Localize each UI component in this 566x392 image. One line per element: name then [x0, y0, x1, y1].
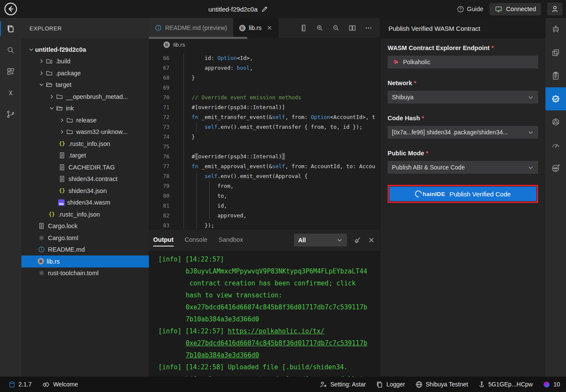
panel-ape[interactable] — [545, 157, 566, 180]
status-faucet-balance[interactable]: 10 — [543, 381, 560, 388]
status-logger[interactable]: Logger — [376, 381, 405, 388]
status-network-status[interactable]: Shibuya Testnet — [415, 381, 468, 388]
panel-publish-verified[interactable] — [545, 87, 566, 110]
tree-item-lib.rs[interactable]: Rlib.rs — [21, 255, 149, 267]
connected-button[interactable]: Connected — [489, 3, 541, 15]
code-hash-select[interactable]: [0x7a...fe96] shiden34 .package/shiden34… — [388, 126, 538, 139]
tree-item-wasm32-unknow...[interactable]: wasm32-unknow... — [21, 126, 149, 138]
tree-item-shiden34.contract[interactable]: shiden34.contract — [21, 173, 149, 185]
output-tab-label: Console — [185, 236, 207, 243]
field-label-public-mode: Public Mode* — [388, 150, 538, 157]
log-line: [info] [14:22:58] Uploaded file [.build/… — [149, 361, 380, 373]
network-select[interactable]: Shibuya — [388, 91, 538, 104]
output-tab-output[interactable]: Output — [153, 234, 174, 246]
tree-item-.rustc-info.json[interactable]: {}.rustc_info.json — [21, 208, 149, 220]
tree-item-release[interactable]: release — [21, 114, 149, 126]
status-welcome[interactable]: Welcome — [42, 381, 78, 388]
explorer-endpoint-field[interactable]: Polkaholic — [388, 56, 538, 68]
ruler-icon[interactable] — [300, 24, 307, 32]
activity-explorer[interactable] — [0, 18, 21, 39]
tree-item-readme.md[interactable]: README.md — [21, 244, 149, 256]
chevron-right-icon — [38, 70, 45, 77]
log-text: [info] [14:22:58] Uploaded file [.build/… — [158, 363, 348, 371]
panel-tasks-clipboard[interactable] — [545, 64, 566, 87]
guide-button[interactable]: Guide — [457, 6, 483, 13]
gear-file-icon — [38, 270, 45, 276]
status-wallet-address-label: 5G1GEp...HCpw — [488, 381, 533, 388]
panel-openai[interactable] — [545, 110, 566, 134]
code-text: from, — [179, 181, 234, 191]
log-text: [info] [14:22:57] — [158, 327, 228, 335]
output-tab-sandbox[interactable]: Sandbox — [219, 234, 243, 246]
tree-item-.build[interactable]: .build — [21, 56, 149, 68]
log-line: bJ8uyvLAMmxcMPpywvqV9P83NKtypq3P6M4FLpEY… — [149, 265, 380, 277]
breadcrumb[interactable]: R lib.rs — [149, 38, 380, 51]
field-label-explorer-endpoint: WASM Contract Explorer Endpoint* — [388, 45, 538, 51]
tab-underline — [219, 246, 243, 246]
back-button[interactable] — [4, 2, 18, 16]
log-link[interactable]: 0xe27bdcd6416d66074c845b8f36d01717db7c7c… — [186, 339, 367, 347]
public-mode-select[interactable]: Publish ABI & Source Code — [388, 161, 538, 174]
panel-sandbox-blocks[interactable] — [545, 41, 566, 64]
tree-item-shiden34.wasm[interactable]: WAshiden34.wasm — [21, 197, 149, 209]
activity-source-control[interactable] — [0, 104, 21, 125]
close-tab-icon[interactable] — [267, 25, 273, 31]
tree-item--openbrush-metad...[interactable]: __openbrush_metad... — [21, 91, 149, 103]
tab-lib.rs[interactable]: Rlib.rs — [233, 18, 279, 38]
tab-label: README.md (preview) — [165, 24, 227, 31]
publish-form: WASM Contract Explorer Endpoint*Polkahol… — [380, 39, 545, 209]
tree-item-untitled-f29d2c0a[interactable]: untitled-f29d2c0a — [21, 44, 149, 56]
panel-gauge[interactable] — [545, 134, 566, 157]
code-text: fn _emit_approval_event(&self, from: Acc… — [179, 161, 375, 171]
activity-search[interactable] — [0, 39, 21, 61]
tree-item-cargo.lock[interactable]: Cargo.lock — [21, 220, 149, 232]
activity-plugins[interactable] — [0, 61, 21, 82]
output-header: OutputConsoleSandbox All — [149, 229, 380, 251]
tree-item-label: lib.rs — [47, 258, 60, 265]
status-setting-chain[interactable]: Setting: Astar — [320, 381, 366, 388]
grid-plus-icon — [6, 67, 15, 76]
breadcrumb-file: lib.rs — [173, 42, 185, 48]
code-editor[interactable]: 66 id: Option<Id>,67 approved: bool,68 }… — [149, 51, 380, 229]
activity-collapse[interactable] — [0, 82, 21, 104]
tabbar-scrollbar[interactable] — [149, 37, 247, 39]
log-link[interactable]: 7b10ab384a3e3d366d0 — [186, 351, 259, 359]
tree-item-rust-toolchain.toml[interactable]: rust-toolchain.toml — [21, 267, 149, 279]
output-filter-select[interactable]: All — [294, 234, 347, 246]
tree-item-target[interactable]: target — [21, 79, 149, 91]
zoom-out-icon[interactable] — [332, 24, 340, 32]
line-number: 82 — [149, 211, 179, 220]
zoom-in-icon[interactable] — [316, 24, 323, 32]
tree-item-.rustc-info.json[interactable]: {}.rustc_info.json — [21, 138, 149, 150]
status-wallet-address[interactable]: 5G1GEp...HCpw — [478, 381, 533, 388]
panel-ai-assistant[interactable] — [545, 18, 566, 41]
chevron-right-icon — [58, 117, 66, 124]
avatar-button[interactable] — [547, 3, 563, 15]
output-tab-console[interactable]: Console — [185, 234, 207, 246]
log-text: contract creation has been confirmed; cl… — [186, 279, 356, 287]
chevron-down-icon — [527, 129, 534, 136]
clear-output-button[interactable] — [354, 237, 361, 244]
tree-item-cachedir.tag[interactable]: CACHEDIR.TAG — [21, 161, 149, 173]
tree-item-.package[interactable]: .package — [21, 67, 149, 79]
database-icon — [9, 381, 15, 388]
ellipsis-icon[interactable] — [365, 24, 372, 32]
line-number: 80 — [149, 191, 179, 201]
publish-verified-code-button[interactable]: hainIDE Publish Verified Code — [389, 187, 536, 201]
output-panel: OutputConsoleSandbox All [info] [14:22:5… — [149, 229, 380, 377]
log-link[interactable]: https://polkaholic.io/tx/ — [228, 327, 325, 335]
edit-title-icon[interactable] — [261, 6, 268, 13]
split-icon[interactable] — [349, 24, 356, 32]
tree-item-ink[interactable]: ink — [21, 103, 149, 115]
main-area: EXPLORER untitled-f29d2c0a.build.package… — [0, 18, 566, 377]
tree-item-shiden34.json[interactable]: {}shiden34.json — [21, 185, 149, 197]
log-line: 7b10ab384a3e3d366d0 — [149, 313, 380, 325]
rust-tab-icon: R — [239, 25, 246, 31]
close-output-button[interactable] — [368, 237, 375, 244]
tab-readme.md[interactable]: README.md (preview) — [149, 18, 233, 38]
gear-file-icon — [38, 235, 45, 241]
tree-item-.target[interactable]: .target — [21, 150, 149, 162]
line-number: 78 — [149, 171, 179, 181]
tree-item-cargo.toml[interactable]: Cargo.toml — [21, 232, 149, 244]
publish-button-highlight: hainIDE Publish Verified Code — [388, 185, 538, 203]
